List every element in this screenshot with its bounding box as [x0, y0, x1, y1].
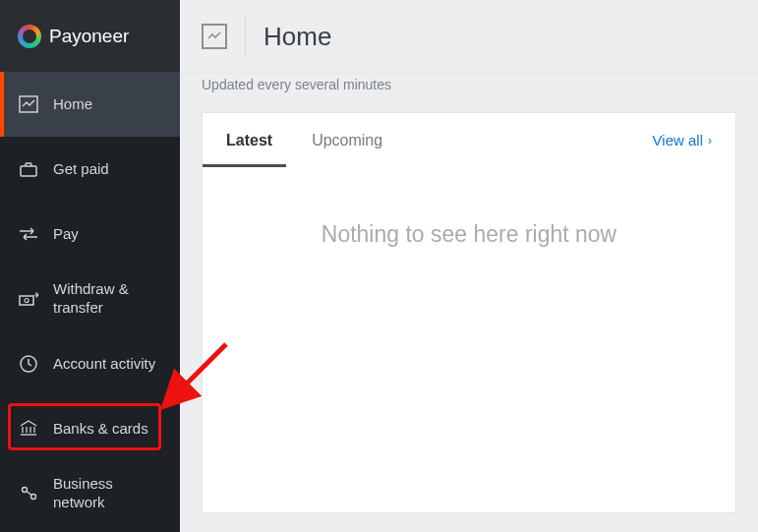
chart-window-icon — [18, 93, 39, 115]
sidebar-item-account-activity[interactable]: Account activity — [0, 331, 180, 396]
clock-icon — [18, 353, 39, 375]
sidebar-item-business-network[interactable]: Business network — [0, 461, 180, 526]
transfer-arrows-icon — [18, 223, 39, 245]
sidebar-item-get-paid[interactable]: Get paid — [0, 137, 180, 202]
transactions-card: Latest Upcoming View all › Nothing to se… — [202, 112, 736, 513]
sidebar-item-label: Home — [53, 95, 92, 114]
active-tab-underline — [203, 164, 286, 167]
svg-rect-1 — [21, 166, 36, 176]
chevron-right-icon: › — [708, 134, 712, 148]
brand-text: Payoneer — [49, 26, 129, 47]
chart-window-icon — [202, 24, 227, 49]
sidebar-item-label: Get paid — [53, 160, 109, 179]
sidebar-item-home[interactable]: Home — [0, 72, 180, 137]
topbar: Home — [180, 0, 758, 74]
tabs-bar: Latest Upcoming View all › — [203, 113, 735, 167]
sidebar-item-label: Account activity — [53, 355, 155, 374]
sidebar-item-banks-cards[interactable]: Banks & cards — [0, 396, 180, 461]
view-all-label: View all — [653, 132, 703, 148]
tab-latest[interactable]: Latest — [226, 132, 272, 149]
svg-point-6 — [31, 495, 36, 500]
view-all-link[interactable]: View all › — [653, 132, 712, 148]
updated-text: Updated every several minutes — [202, 77, 736, 92]
cash-out-icon — [18, 288, 39, 310]
sidebar-item-pay[interactable]: Pay — [0, 202, 180, 266]
bank-card-icon — [18, 418, 39, 440]
briefcase-icon — [18, 158, 39, 180]
main-content: Home Updated every several minutes Lates… — [180, 0, 758, 532]
brand-logo: Payoneer — [18, 25, 129, 48]
sidebar-item-label: Pay — [53, 225, 79, 244]
sidebar: Payoneer Home Get paid Pay Withdraw & tr… — [0, 0, 180, 532]
section-subtitle: Updated every several minutes — [180, 77, 758, 92]
sidebar-item-label: Business network — [53, 475, 162, 512]
people-share-icon — [18, 483, 39, 504]
sidebar-item-label: Banks & cards — [53, 420, 148, 439]
empty-state-text: Nothing to see here right now — [203, 221, 735, 248]
svg-point-3 — [25, 299, 29, 303]
brand-header: Payoneer — [0, 0, 180, 72]
svg-point-5 — [23, 488, 28, 493]
payoneer-ring-icon — [18, 25, 41, 48]
sidebar-item-withdraw-transfer[interactable]: Withdraw & transfer — [0, 266, 180, 331]
tab-upcoming[interactable]: Upcoming — [312, 132, 382, 149]
svg-rect-2 — [20, 296, 33, 305]
page-title: Home — [263, 22, 331, 52]
sidebar-item-label: Withdraw & transfer — [53, 280, 162, 318]
topbar-divider — [245, 15, 246, 58]
